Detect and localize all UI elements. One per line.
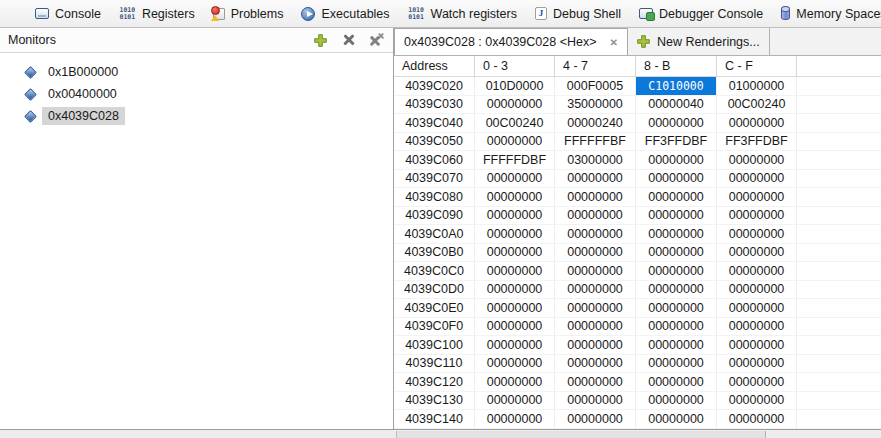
view-tab-console[interactable]: Console (26, 0, 110, 27)
memory-cell[interactable]: 00000000 (475, 410, 555, 429)
memory-cell[interactable]: 00000000 (555, 392, 636, 411)
memory-cell[interactable]: 00000000 (555, 410, 636, 429)
memory-cell[interactable]: 00000000 (555, 299, 636, 318)
memory-cell[interactable]: 00000000 (475, 262, 555, 281)
memory-cell[interactable]: 00000000 (636, 114, 717, 133)
memory-cell[interactable]: 00000000 (555, 336, 636, 355)
memory-cell[interactable]: 00000000 (475, 318, 555, 337)
address-cell[interactable]: 4039C0C0 (394, 262, 475, 281)
memory-cell[interactable]: 00000000 (555, 244, 636, 263)
address-cell[interactable]: 4039C0B0 (394, 244, 475, 263)
memory-cell[interactable]: 00000000 (475, 207, 555, 226)
address-cell[interactable]: 4039C0E0 (394, 299, 475, 318)
address-cell[interactable]: 4039C060 (394, 151, 475, 170)
memory-cell[interactable]: FF3FFDBF (636, 133, 717, 152)
memory-cell[interactable]: 00000000 (555, 207, 636, 226)
memory-cell[interactable]: 00000000 (636, 392, 717, 411)
memory-cell[interactable]: FFFFFFBF (555, 133, 636, 152)
memory-cell[interactable]: 00000000 (636, 262, 717, 281)
address-cell[interactable]: 4039C100 (394, 336, 475, 355)
address-cell[interactable]: 4039C0A0 (394, 225, 475, 244)
memory-cell[interactable]: 00000000 (717, 299, 797, 318)
memory-cell[interactable]: 00000000 (717, 392, 797, 411)
address-cell[interactable]: 4039C0F0 (394, 318, 475, 337)
memory-cell[interactable]: 00000000 (717, 114, 797, 133)
address-cell[interactable]: 4039C130 (394, 392, 475, 411)
memory-cell[interactable]: 00000000 (636, 355, 717, 374)
rendering-tab-hex[interactable]: 0x4039C028 : 0x4039C028 <Hex> ✕ (394, 28, 628, 55)
memory-cell[interactable]: 00000000 (555, 188, 636, 207)
memory-cell[interactable]: 00000000 (475, 188, 555, 207)
memory-cell[interactable]: 00000000 (717, 244, 797, 263)
address-cell[interactable]: 4039C030 (394, 96, 475, 115)
memory-cell[interactable]: 00000000 (636, 188, 717, 207)
memory-cell[interactable]: 010D0000 (475, 77, 555, 96)
memory-cell[interactable]: 00000000 (475, 355, 555, 374)
memory-cell[interactable]: 00000000 (475, 373, 555, 392)
memory-cell[interactable]: 00000000 (555, 318, 636, 337)
horizontal-scrollbar[interactable] (0, 429, 881, 438)
view-tab-memory-spaces[interactable]: Memory Spaces (772, 0, 881, 27)
memory-cell[interactable]: 00000000 (636, 225, 717, 244)
memory-cell[interactable]: FF3FFDBF (717, 133, 797, 152)
monitor-item[interactable]: 0x4039C028 (0, 105, 393, 127)
monitor-item[interactable]: 0x00400000 (0, 83, 393, 105)
memory-cell[interactable]: 00000000 (475, 225, 555, 244)
memory-cell[interactable]: 00000000 (475, 392, 555, 411)
memory-cell[interactable]: 00000000 (717, 188, 797, 207)
memory-cell[interactable]: 00000000 (717, 170, 797, 189)
memory-cell[interactable]: 00000000 (636, 299, 717, 318)
memory-cell[interactable]: 00000000 (475, 170, 555, 189)
address-cell[interactable]: 4039C090 (394, 207, 475, 226)
memory-cell[interactable]: 00000000 (475, 96, 555, 115)
memory-cell[interactable]: 00000000 (717, 373, 797, 392)
memory-cell[interactable]: 00000000 (636, 373, 717, 392)
memory-cell[interactable]: C1010000 (636, 77, 717, 96)
memory-cell[interactable]: 00000000 (636, 281, 717, 300)
address-cell[interactable]: 4039C140 (394, 410, 475, 429)
address-cell[interactable]: 4039C110 (394, 355, 475, 374)
memory-cell[interactable]: 00000000 (717, 318, 797, 337)
memory-cell[interactable]: 00000000 (717, 151, 797, 170)
memory-cell[interactable]: 00C00240 (475, 114, 555, 133)
memory-cell[interactable]: 00000000 (717, 355, 797, 374)
new-renderings-tab[interactable]: New Renderings... (628, 28, 770, 55)
view-tab-watch-registers[interactable]: 10100101Watch registers (399, 0, 526, 27)
memory-cell[interactable]: 01000000 (717, 77, 797, 96)
address-cell[interactable]: 4039C120 (394, 373, 475, 392)
remove-monitor-button[interactable] (340, 32, 357, 48)
memory-cell[interactable]: 35000000 (555, 96, 636, 115)
memory-cell[interactable]: 00000000 (636, 170, 717, 189)
address-cell[interactable]: 4039C040 (394, 114, 475, 133)
remove-all-monitors-button[interactable] (368, 32, 385, 48)
memory-cell[interactable]: 03000000 (555, 151, 636, 170)
memory-cell[interactable]: 00000000 (475, 281, 555, 300)
view-tab-debugger-console[interactable]: Debugger Console (630, 0, 772, 27)
memory-cell[interactable]: 00000040 (636, 96, 717, 115)
address-cell[interactable]: 4039C020 (394, 77, 475, 96)
memory-cell[interactable]: 00000000 (555, 355, 636, 374)
memory-cell[interactable]: 00000000 (555, 225, 636, 244)
memory-cell[interactable]: 00000000 (475, 299, 555, 318)
memory-cell[interactable]: 00000000 (717, 336, 797, 355)
memory-cell[interactable]: 00000000 (555, 281, 636, 300)
memory-cell[interactable]: 00000240 (555, 114, 636, 133)
horizontal-scrollbar-thumb[interactable] (396, 431, 766, 438)
view-tab-problems[interactable]: Problems (204, 0, 293, 27)
memory-cell[interactable]: 00000000 (717, 410, 797, 429)
memory-cell[interactable]: 00000000 (717, 281, 797, 300)
memory-cell[interactable]: 00000000 (717, 225, 797, 244)
memory-cell[interactable]: 00000000 (555, 170, 636, 189)
add-monitor-button[interactable] (312, 32, 329, 48)
memory-cell[interactable]: 00000000 (555, 262, 636, 281)
memory-cell[interactable]: 00000000 (636, 318, 717, 337)
memory-cell[interactable]: 00000000 (636, 244, 717, 263)
memory-cell[interactable]: 00000000 (717, 207, 797, 226)
view-tab-executables[interactable]: Executables (292, 0, 398, 27)
monitor-item[interactable]: 0x1B000000 (0, 61, 393, 83)
address-cell[interactable]: 4039C080 (394, 188, 475, 207)
memory-cell[interactable]: 00000000 (555, 373, 636, 392)
memory-cell[interactable]: FFFFFDBF (475, 151, 555, 170)
view-tab-debug-shell[interactable]: JDebug Shell (526, 0, 630, 27)
close-icon[interactable]: ✕ (610, 37, 618, 48)
